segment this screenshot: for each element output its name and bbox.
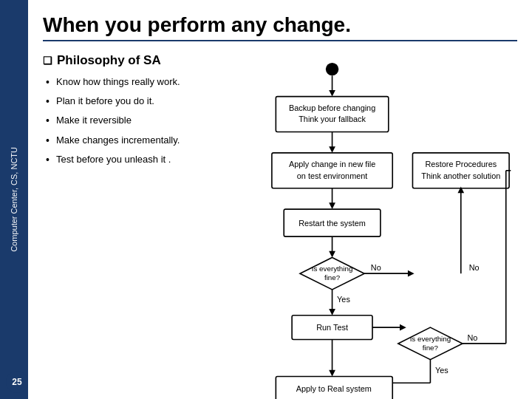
list-item: Plan it before you do it. xyxy=(46,95,220,108)
arrow-down-apply-head xyxy=(329,370,335,377)
apply-change-text-2: on test environment xyxy=(297,171,368,180)
text-panel: Philosophy of SA Know how things really … xyxy=(43,53,220,399)
list-item: Make changes incrementally. xyxy=(46,134,220,147)
arrow-no1-head xyxy=(408,270,415,277)
arrow-runtest-head xyxy=(400,324,406,331)
diamond-1-text-2: fine? xyxy=(324,273,341,282)
diagram-panel: Backup before changing Think your fallba… xyxy=(228,53,517,399)
restore-text-2: Think another solution xyxy=(421,171,500,180)
start-dot xyxy=(326,63,338,75)
apply-real-text: Apply to Real system xyxy=(296,384,372,393)
bullet-list: Know how things really work. Plan it bef… xyxy=(43,75,220,166)
arrow-head-3 xyxy=(329,202,335,209)
backup-text-1: Backup before changing xyxy=(289,103,375,112)
sidebar: Computer Center, CS, NCTU xyxy=(0,0,28,399)
no1-label: No xyxy=(371,263,381,272)
sidebar-label: Computer Center, CS, NCTU xyxy=(9,147,19,252)
list-item: Know how things really work. xyxy=(46,75,220,89)
no3-label: No xyxy=(467,333,477,342)
diamond-2-text-1: Is everything xyxy=(410,335,451,343)
restart-text: Restart the system xyxy=(299,219,366,228)
list-item: Make it reversible xyxy=(46,114,220,127)
arrow-head-1 xyxy=(329,90,335,97)
backup-text-2: Think your fallback xyxy=(299,115,366,123)
page-title: When you perform any change. xyxy=(43,13,517,41)
philosophy-heading: Philosophy of SA xyxy=(43,53,220,68)
diamond-1-text-1: Is everything xyxy=(312,265,353,273)
content-area: Philosophy of SA Know how things really … xyxy=(43,53,517,399)
yes2-label: Yes xyxy=(435,366,449,375)
restore-text-1: Restore Procedures xyxy=(425,160,497,168)
run-test-text: Run Test xyxy=(316,323,348,332)
arrow-head-4 xyxy=(329,251,335,258)
yes1-label: Yes xyxy=(337,295,350,304)
apply-change-text-1: Apply change in new file xyxy=(289,160,375,168)
flowchart-svg: Backup before changing Think your fallba… xyxy=(228,53,517,399)
page-number: 25 xyxy=(6,371,28,393)
list-item: Test before you unleash it . xyxy=(46,153,220,166)
no2-label: No xyxy=(469,263,480,272)
main-content: When you perform any change. Philosophy … xyxy=(28,0,532,399)
diamond-2-text-2: fine? xyxy=(423,344,439,352)
arrow-yes1-head xyxy=(329,309,335,316)
arrow-head-2 xyxy=(329,146,335,153)
